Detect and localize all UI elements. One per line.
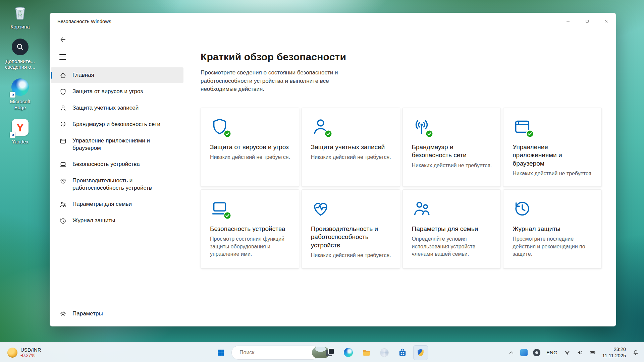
card-description: Никаких действий не требуется.	[311, 252, 392, 259]
heart-pulse-icon	[311, 199, 332, 220]
laptop-icon	[210, 199, 231, 220]
card-firewall-network[interactable]: Брандмауэр и безопасность сети Никаких д…	[402, 108, 501, 187]
sidebar-item-family-options[interactable]: Параметры для семьи	[51, 196, 183, 212]
windows-security-window: Безопасность Windows	[50, 13, 616, 326]
desktop-icon-label: Microsoft Edge	[3, 99, 37, 110]
language-indicator[interactable]: ENG	[544, 346, 559, 359]
close-button[interactable]	[597, 13, 616, 29]
desktop-icon-microsoft-edge[interactable]: Microsoft Edge	[3, 77, 37, 110]
hidden-icons-chevron[interactable]	[506, 346, 516, 359]
card-description: Никаких действий не требуется.	[412, 162, 493, 169]
task-view-icon	[326, 348, 334, 357]
card-protection-history[interactable]: Журнал защиты Просмотрите последние дейс…	[503, 189, 602, 268]
card-title: Защита от вирусов и угроз	[210, 143, 291, 151]
card-description: Никаких действий не требуется.	[210, 154, 291, 161]
sidebar-item-firewall[interactable]: Брандмауэр и безопасность сети	[51, 117, 183, 132]
notifications-bell-icon[interactable]	[631, 346, 641, 359]
desktop-icon-more-info[interactable]: Дополните... сведения о...	[3, 37, 37, 70]
home-icon	[59, 72, 67, 79]
card-description: Никаких действий не требуется.	[513, 170, 593, 177]
back-button[interactable]	[59, 35, 71, 45]
person-icon	[59, 105, 67, 112]
card-description: Никаких действий не требуется.	[311, 154, 392, 161]
card-device-security[interactable]: Безопасность устройства Просмотр состоян…	[201, 189, 299, 268]
widgets-button[interactable]: USD/INR -0.27%	[4, 343, 45, 362]
main-content: Краткий обзор безопасности Просмотрите с…	[184, 29, 616, 326]
windows-logo-icon	[217, 349, 225, 357]
card-title: Брандмауэр и безопасность сети	[412, 143, 493, 160]
microsoft-store-icon	[398, 348, 407, 357]
card-title: Параметры для семьи	[412, 225, 493, 233]
card-description: Просмотр состояния функций защиты оборуд…	[210, 235, 291, 258]
sidebar-item-label: Производительность и работоспособность у…	[72, 177, 179, 192]
sidebar-item-home[interactable]: Главная	[51, 67, 183, 83]
sidebar-item-device-performance[interactable]: Производительность и работоспособность у…	[51, 173, 183, 196]
widget-ticker: USD/INR	[20, 347, 41, 353]
family-icon	[59, 201, 67, 208]
page-title: Краткий обзор безопасности	[201, 51, 616, 63]
sidebar-item-device-security[interactable]: Безопасность устройства	[51, 157, 183, 172]
tray-app-2-icon[interactable]	[532, 346, 542, 359]
sidebar-item-label: Брандмауэр и безопасность сети	[72, 121, 160, 128]
sidebar-nav: Главная Защита от вирусов и угроз Защита…	[51, 67, 183, 229]
card-title: Защита учетных записей	[311, 143, 392, 151]
sidebar-item-label: Безопасность устройства	[72, 161, 140, 168]
task-view-button[interactable]	[323, 345, 337, 360]
widget-change: -0.27%	[20, 353, 41, 358]
sidebar-item-label: Журнал защиты	[72, 217, 115, 224]
sidebar-item-account-protection[interactable]: Защита учетных записей	[51, 100, 183, 116]
taskbar-search[interactable]	[231, 346, 319, 360]
taskbar-copilot-button[interactable]	[377, 345, 392, 360]
sidebar-item-virus-protection[interactable]: Защита от вирусов и угроз	[51, 84, 183, 100]
taskbar-windows-security-button[interactable]	[413, 345, 428, 360]
status-ok-icon	[223, 130, 231, 138]
windows-security-shield-icon	[416, 348, 425, 357]
desktop-icon-label: Дополните... сведения о...	[5, 58, 35, 70]
card-family-options[interactable]: Параметры для семьи Определяйте условия …	[402, 189, 501, 268]
edge-icon	[344, 348, 353, 357]
sidebar-item-app-browser-control[interactable]: Управление приложениями и браузером	[51, 133, 183, 156]
card-title: Безопасность устройства	[210, 225, 291, 233]
family-icon	[412, 199, 433, 220]
wifi-icon[interactable]	[562, 346, 572, 359]
tray-app-1-icon[interactable]	[519, 346, 529, 359]
taskbar-edge-button[interactable]	[341, 345, 356, 360]
card-app-browser-control[interactable]: Управление приложениями и браузером Ника…	[503, 108, 602, 187]
history-icon	[513, 199, 534, 220]
sidebar-item-protection-history[interactable]: Журнал защиты	[51, 213, 183, 229]
volume-icon[interactable]	[575, 346, 585, 359]
laptop-icon	[59, 161, 67, 168]
taskbar-center	[213, 343, 428, 362]
gear-icon	[59, 310, 67, 317]
maximize-button[interactable]	[578, 13, 597, 29]
battery-icon[interactable]	[588, 346, 598, 359]
menu-toggle-button[interactable]	[59, 53, 69, 61]
card-virus-threat-protection[interactable]: Защита от вирусов и угроз Никаких действ…	[201, 108, 299, 187]
network-icon	[412, 117, 433, 138]
window-titlebar[interactable]: Безопасность Windows	[50, 13, 616, 29]
card-title: Производительность и работоспособность у…	[311, 225, 392, 249]
shield-icon	[210, 117, 231, 138]
app-window-icon	[59, 137, 67, 145]
start-button[interactable]	[213, 345, 228, 360]
status-ok-icon	[223, 212, 231, 220]
copilot-icon	[380, 348, 389, 357]
card-description: Просмотрите последние действия и рекомен…	[513, 235, 593, 258]
card-account-protection[interactable]: Защита учетных записей Никаких действий …	[302, 108, 400, 187]
sidebar-item-settings[interactable]: Параметры	[51, 306, 183, 320]
status-ok-icon	[526, 130, 534, 138]
card-device-performance[interactable]: Производительность и работоспособность у…	[302, 189, 400, 268]
tray-clock[interactable]: 23:20 11.11.2025	[600, 346, 628, 358]
search-input[interactable]	[239, 350, 309, 356]
recycle-bin-icon	[10, 3, 30, 22]
desktop-icon-yandex[interactable]: Y Yandex	[3, 118, 37, 145]
minimize-button[interactable]	[558, 13, 578, 29]
desktop-icon-recycle-bin[interactable]: Корзина	[3, 3, 37, 30]
card-title: Управление приложениями и браузером	[513, 143, 593, 168]
taskbar-file-explorer-button[interactable]	[359, 345, 374, 360]
taskbar-store-button[interactable]	[395, 345, 410, 360]
status-ok-icon	[324, 130, 332, 138]
sidebar-item-label: Параметры	[72, 310, 103, 317]
heart-pulse-icon	[59, 177, 67, 185]
finance-widget-icon	[7, 348, 17, 358]
